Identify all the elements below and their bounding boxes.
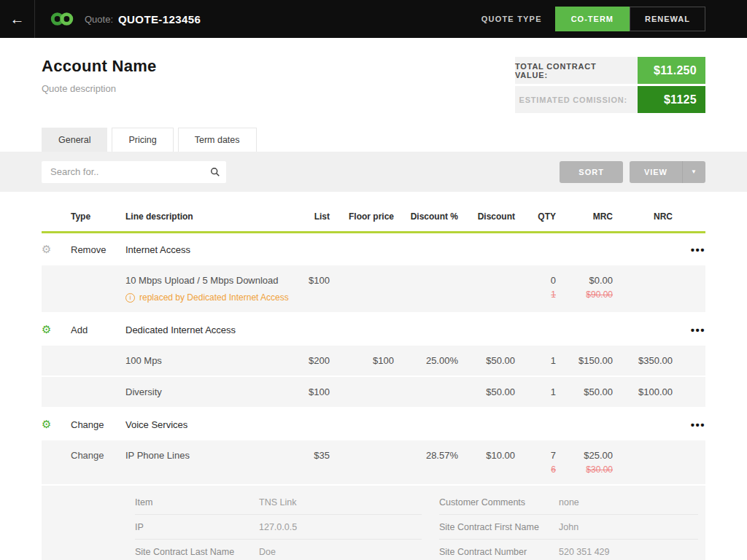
quote-number: QUOTE-123456 <box>118 13 201 26</box>
detail-label: IP <box>135 522 259 532</box>
cell-mrc: $25.00$30.00 <box>556 450 613 475</box>
renewal-button[interactable]: RENEWAL <box>630 7 705 31</box>
search-icon[interactable] <box>204 167 226 177</box>
detail-label: Site Contract Number <box>439 547 559 557</box>
tab-general[interactable]: General <box>42 128 107 152</box>
line-item-row: ChangeIP Phone Lines$3528.57%$10.0076$25… <box>42 440 705 484</box>
line-group-row: ⚙RemoveInternet Access••• <box>42 233 705 265</box>
cell-mrc: $0.00$90.00 <box>556 275 613 300</box>
group-action-label: Remove <box>71 244 125 255</box>
item-description-cell: 10 Mbps Upload / 5 Mbps Downloadireplace… <box>125 275 264 303</box>
top-bar: ← Quote: QUOTE-123456 QUOTE TYPE CO-TERM… <box>0 0 747 38</box>
cell-list: $35 <box>264 450 330 461</box>
cell-qty: 1 <box>515 355 556 366</box>
detail-value: 127.0.0.5 <box>259 522 297 532</box>
sort-button[interactable]: SORT <box>560 161 623 183</box>
line-item-row: 10 Mbps Upload / 5 Mbps Downloadireplace… <box>42 265 705 312</box>
view-button[interactable]: VIEW ▼ <box>630 161 705 183</box>
view-button-label: VIEW <box>630 168 682 176</box>
detail-row: Site Contract Last NameDoe <box>135 540 422 560</box>
details-left-column: ItemTNS LinkIP127.0.0.5Site Contract Las… <box>135 490 422 560</box>
col-type: Type <box>71 211 125 222</box>
old-value-mrc: $90.00 <box>556 289 613 300</box>
line-details-panel: ItemTNS LinkIP127.0.0.5Site Contract Las… <box>42 486 705 560</box>
item-description-cell: 100 Mps <box>125 355 264 366</box>
col-discount: Discount <box>458 211 515 222</box>
col-list: List <box>264 211 330 222</box>
detail-row: ItemTNS Link <box>135 490 422 515</box>
col-mrc: MRC <box>556 211 613 222</box>
cell-list: $100 <box>264 275 330 286</box>
cell-discount: $10.00 <box>458 450 515 461</box>
item-description: IP Phone Lines <box>125 450 264 461</box>
quote-type-switch: QUOTE TYPE CO-TERM RENEWAL <box>481 7 705 31</box>
total-contract-value-amount: $11.250 <box>638 57 705 84</box>
cell-qty: 76 <box>515 450 556 475</box>
cell-mrc: $50.00 <box>556 386 613 397</box>
quote-stats: TOTAL CONTRACT VALUE: $11.250 ESTIMATED … <box>515 57 705 113</box>
gear-icon[interactable]: ⚙ <box>42 323 51 335</box>
details-right-column: Customer CommentsnoneSite Contract First… <box>439 490 698 560</box>
search-box <box>42 161 226 183</box>
infinity-logo-icon <box>50 11 74 27</box>
value-qty: 1 <box>551 386 556 397</box>
detail-value: Doe <box>259 547 276 557</box>
line-group-row: ⚙ChangeVoice Services••• <box>42 408 705 440</box>
group-name: Dedicated Internet Access <box>125 324 264 335</box>
value-list: $100 <box>309 275 330 286</box>
detail-label: Site Contract First Name <box>439 522 559 532</box>
co-term-button[interactable]: CO-TERM <box>555 7 630 31</box>
gear-icon[interactable]: ⚙ <box>42 418 51 430</box>
header-gear-spacer <box>42 211 71 222</box>
tab-term-dates[interactable]: Term dates <box>178 128 257 152</box>
item-description: Diversity <box>125 386 264 397</box>
detail-row: Site Contract First NameJohn <box>439 515 698 540</box>
estimated-commission-amount: $1125 <box>638 86 705 113</box>
item-description: 100 Mps <box>125 355 264 366</box>
value-floor: $100 <box>373 355 394 366</box>
total-contract-value-label: TOTAL CONTRACT VALUE: <box>515 57 638 84</box>
line-group-row: ⚙AddDedicated Internet Access••• <box>42 314 705 346</box>
old-value-mrc: $30.00 <box>556 464 613 475</box>
item-description: 10 Mbps Upload / 5 Mbps Download <box>125 275 264 286</box>
detail-row: Customer Commentsnone <box>439 490 698 515</box>
brand: Quote: QUOTE-123456 <box>50 11 201 27</box>
row-menu-icon[interactable]: ••• <box>673 419 705 430</box>
value-list: $35 <box>314 450 330 461</box>
quote-description: Quote description <box>42 83 157 94</box>
gear-icon[interactable]: ⚙ <box>42 243 51 255</box>
cell-discount: $50.00 <box>458 355 515 366</box>
col-discount-pct: Discount % <box>394 211 458 222</box>
tab-pricing[interactable]: Pricing <box>112 128 173 152</box>
search-input[interactable] <box>42 166 204 177</box>
total-contract-value: TOTAL CONTRACT VALUE: $11.250 <box>515 57 705 84</box>
account-block: Account Name Quote description <box>42 55 157 113</box>
value-mrc: $0.00 <box>589 275 613 286</box>
chevron-down-icon[interactable]: ▼ <box>682 161 705 183</box>
value-nrc: $100.00 <box>638 386 673 397</box>
detail-value: John <box>559 522 578 532</box>
line-item-row: Diversity$100$50.001$50.00$100.00 <box>42 377 705 407</box>
page-header: Account Name Quote description TOTAL CON… <box>0 38 747 113</box>
gear-cell: ⚙ <box>42 243 71 256</box>
value-list: $100 <box>309 386 330 397</box>
line-item-row: 100 Mps$200$10025.00%$50.001$150.00$350.… <box>42 346 705 376</box>
value-discount: $50.00 <box>486 355 515 366</box>
value-qty: 7 <box>551 450 556 461</box>
gear-cell: ⚙ <box>42 418 71 431</box>
table-body: ⚙RemoveInternet Access•••10 Mbps Upload … <box>42 233 705 484</box>
value-nrc: $350.00 <box>638 355 673 366</box>
item-description-cell: Diversity <box>125 386 264 397</box>
group-action-label: Add <box>71 324 125 335</box>
cell-nrc: $100.00 <box>613 386 673 397</box>
cell-discount_pct: 25.00% <box>394 355 458 366</box>
row-menu-icon[interactable]: ••• <box>673 244 705 255</box>
value-discount: $10.00 <box>486 450 515 461</box>
estimated-commission: ESTIMATED COMISSION: $1125 <box>515 86 705 113</box>
group-action-label: Change <box>71 419 125 430</box>
row-menu-icon[interactable]: ••• <box>673 324 705 335</box>
back-button[interactable]: ← <box>0 0 35 38</box>
cell-qty: 01 <box>515 275 556 300</box>
detail-row: Site Contract Number520 351 429 <box>439 540 698 560</box>
old-value-qty: 6 <box>515 464 556 475</box>
